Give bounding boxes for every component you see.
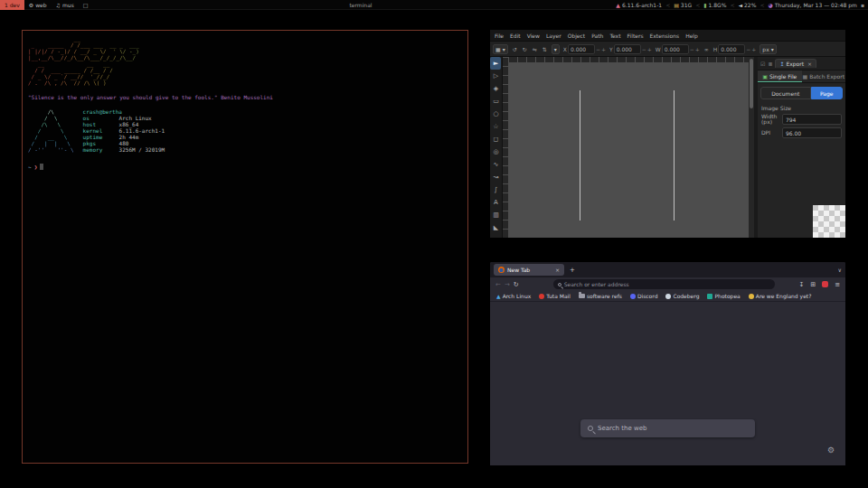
shell-prompt[interactable]: ~ ❯ [28,164,462,170]
text-tool-icon[interactable]: A [490,196,501,209]
personalize-gear-icon[interactable]: ⚙ [827,446,835,455]
menu-icon[interactable]: ≡ [835,281,840,288]
reload-button[interactable]: ↻ [514,281,519,288]
fetch-row: hostx86_64 [83,121,165,127]
separator: < [760,2,764,8]
spiral-tool-icon[interactable]: ◎ [490,145,501,158]
menu-help[interactable]: Help [685,33,698,39]
flip-horizontal-button[interactable]: ⇋ [532,46,538,52]
menu-view[interactable]: View [527,33,540,39]
workspace-dev[interactable]: 1 dev [0,0,24,10]
x-input[interactable]: 0.000 [568,44,595,54]
web-search-box[interactable]: Search the web [580,419,755,437]
new-tab-button[interactable]: + [570,267,575,274]
workspace-mus-label: mus [62,2,74,8]
menu-edit[interactable]: Edit [510,33,521,39]
bookmark-are-we-england-yet[interactable]: Are we England yet? [749,293,812,299]
extensions-icon[interactable]: ⊞ [810,281,816,288]
inkscape-canvas[interactable] [508,62,749,238]
export-panel-tab[interactable]: ↥ Export × [775,59,816,68]
bookmark-codeberg[interactable]: Codeberg [665,293,699,299]
menu-file[interactable]: File [495,33,504,39]
rotate-cw-button[interactable]: ↻ [522,46,528,52]
fetch-row: memory3256M / 32019M [83,146,165,153]
quote-line: "Silence is the only answer you should g… [28,94,462,100]
menu-text[interactable]: Text [609,33,620,39]
shape-builder-tool-icon[interactable]: ◈ [490,82,501,95]
w-input[interactable]: 0.000 [662,44,689,54]
bookmark-label: Are we England yet? [756,293,812,299]
kernel-module: ▲ 6.11.6-arch1-1 [616,2,662,8]
align-dropdown[interactable]: ▾ [552,44,560,54]
fetch-row: osArch Linux [83,115,165,121]
tab-title: New Tab [507,267,530,273]
y-input[interactable]: 0.000 [614,44,641,54]
tab-single-file[interactable]: ▣ Single File [758,70,802,82]
dpi-input[interactable]: 96.00 [782,127,842,138]
plus-stepper[interactable]: + [695,46,700,52]
gradient-tool-icon[interactable]: ▥ [490,209,501,221]
workspace-web[interactable]: ⚙ web [24,0,52,10]
workspace-mus[interactable]: ♫ mus [52,0,79,10]
selection-mode-dropdown[interactable]: ▦ ▾ [493,44,508,54]
url-bar[interactable]: Search or enter address [553,279,775,289]
rotate-ccw-button[interactable]: ↺ [512,46,518,52]
minus-stepper[interactable]: − [642,46,646,52]
fetch-label: os [83,115,119,121]
bookmark-software-refs[interactable]: software refs [579,293,622,299]
minus-stepper[interactable]: − [746,46,750,52]
flip-vertical-button[interactable]: ⇅ [542,46,548,52]
tab-close-icon[interactable]: × [555,267,560,273]
plus-stepper[interactable]: + [647,46,652,52]
workspace-empty[interactable]: □ [79,0,93,10]
back-button[interactable]: ← [495,281,501,288]
menu-object[interactable]: Object [568,33,586,39]
tab-batch-export[interactable]: ▦ Batch Export [802,70,846,82]
ellipse-tool-icon[interactable]: ○ [490,108,501,120]
node-tool-icon[interactable]: ▷ [490,70,501,82]
checkbox-panel-icon[interactable]: ☑ [760,61,765,67]
h-input[interactable]: 0.000 [718,44,745,54]
minus-stepper[interactable]: − [690,46,694,52]
menu-filters[interactable]: Filters [627,33,644,39]
bookmark-tuta-mail[interactable]: Tuta Mail [539,293,571,299]
page-button[interactable]: Page [811,87,843,99]
lock-ratio-icon[interactable]: ∞ [703,46,710,52]
tab-list-chevron-icon[interactable]: ∨ [838,267,842,273]
selector-tool-icon[interactable]: ► [490,57,501,70]
separator: < [695,2,700,8]
workspace-web-label: web [35,2,46,8]
width-input[interactable]: 794 [782,114,842,125]
tray-icon[interactable]: ▪ [861,2,864,8]
scrollbar-thumb[interactable] [750,59,753,108]
forward-button[interactable]: → [505,281,510,288]
rectangle-tool-icon[interactable]: ▭ [490,95,501,108]
close-icon[interactable]: × [807,61,812,67]
downloads-icon[interactable]: ↧ [798,281,804,288]
memory-module: ▮ 1.8G% [703,2,726,8]
box3d-tool-icon[interactable]: ◻ [490,133,501,145]
layers-panel-icon[interactable]: ≣ [768,61,772,67]
plus-stepper[interactable]: + [601,46,606,52]
document-button[interactable]: Document [760,87,811,99]
dropper-tool-icon[interactable]: ◣ [490,221,501,234]
menu-path[interactable]: Path [591,33,603,39]
bookmark-photopea[interactable]: Photopea [707,293,740,299]
bookmark-discord[interactable]: Discord [630,293,658,299]
calligraphy-tool-icon[interactable]: ∫ [490,183,501,196]
canvas-vscrollbar[interactable] [749,57,754,238]
active-tab[interactable]: New Tab × [494,264,564,276]
star-tool-icon[interactable]: ☆ [490,120,501,133]
extension-ublock-icon[interactable] [822,281,828,287]
plus-stepper[interactable]: + [751,46,756,52]
pen-tool-icon[interactable]: ↝ [490,171,501,183]
unit-dropdown[interactable]: px ▾ [760,44,776,54]
terminal-window[interactable]: __ _ _____ / /___ ___ __ _ ___ | |/|/ / … [22,30,468,464]
pencil-tool-icon[interactable]: ∿ [490,158,501,171]
menu-extensions[interactable]: Extensions [650,33,680,39]
minus-stepper[interactable]: − [596,46,600,52]
disk-icon: ▤ [674,2,679,8]
menu-layer[interactable]: Layer [546,33,561,39]
single-file-label: Single File [769,73,797,80]
bookmark-arch-linux[interactable]: ▲ Arch Linux [496,293,531,299]
